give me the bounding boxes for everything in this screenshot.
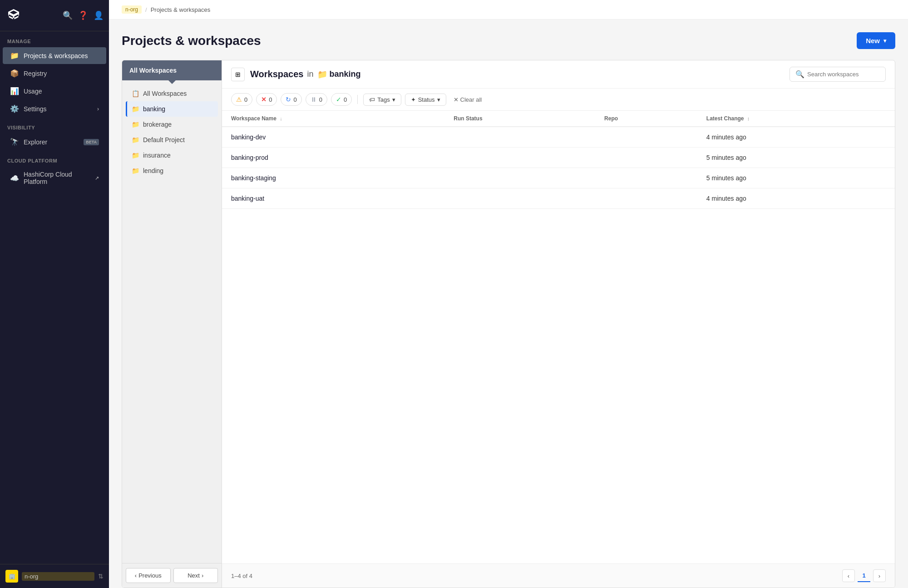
table-row[interactable]: banking-dev 4 minutes ago xyxy=(222,127,895,148)
search-workspaces[interactable]: 🔍 xyxy=(790,67,886,82)
projects-panel: All Workspaces 📋 All Workspaces 📁 bankin… xyxy=(122,60,222,588)
success-icon: ✓ xyxy=(336,96,341,103)
project-item-banking[interactable]: 📁 banking xyxy=(126,101,218,117)
tags-label: Tags xyxy=(377,96,390,103)
filter-paused[interactable]: ⏸ 0 xyxy=(306,93,327,106)
sidebar-item-settings[interactable]: ⚙️ Settings › xyxy=(3,100,106,117)
run-status-cell xyxy=(444,168,595,188)
workspace-name-cell[interactable]: banking-staging xyxy=(222,168,444,188)
tags-icon: 🏷 xyxy=(369,96,375,103)
col-name[interactable]: Workspace Name ↓ xyxy=(222,111,444,127)
workspace-name-cell[interactable]: banking-dev xyxy=(222,127,444,148)
workspaces-table: Workspace Name ↓ Run Status Repo xyxy=(222,111,895,563)
col-run-status: Run Status xyxy=(444,111,595,127)
success-count: 0 xyxy=(344,96,347,103)
run-status-cell xyxy=(444,148,595,168)
settings-icon: ⚙️ xyxy=(10,104,19,113)
table-footer: 1–4 of 4 ‹ 1 › xyxy=(222,563,895,588)
hashicorp-logo xyxy=(5,7,22,24)
project-item-lending[interactable]: 📁 lending xyxy=(126,163,218,178)
project-item-label: brokerage xyxy=(143,121,172,128)
filter-success[interactable]: ✓ 0 xyxy=(331,93,352,106)
sidebar-item-explorer[interactable]: 🔭 Explorer BETA xyxy=(3,133,106,150)
repo-cell xyxy=(595,148,697,168)
cloud-platform-label: Cloud Platform xyxy=(0,151,109,166)
brokerage-folder-icon: 📁 xyxy=(132,121,139,128)
table-row[interactable]: banking-uat 4 minutes ago xyxy=(222,188,895,209)
table-header-row: Workspace Name ↓ Run Status Repo xyxy=(222,111,895,127)
workspace-name-cell[interactable]: banking-uat xyxy=(222,188,444,209)
repo-cell xyxy=(595,188,697,209)
workspaces-header: ⊞ Workspaces in 📁 banking 🔍 xyxy=(222,60,895,89)
sidebar-item-hcp[interactable]: ☁️ HashiCorp Cloud Platform ↗ xyxy=(3,167,106,189)
project-item-all[interactable]: 📋 All Workspaces xyxy=(126,86,218,101)
workspaces-title-text: Workspaces xyxy=(250,69,303,79)
sidebar-footer[interactable]: 🏢 n-org ⇅ xyxy=(0,564,109,588)
project-item-insurance[interactable]: 📁 insurance xyxy=(126,148,218,163)
error-icon: ✕ xyxy=(261,96,266,103)
sidebar-item-registry[interactable]: 📦 Registry xyxy=(3,65,106,82)
hcp-icon: ☁️ xyxy=(10,174,19,183)
in-label: in xyxy=(307,69,313,79)
org-switcher-icon[interactable]: ⇅ xyxy=(98,573,104,580)
registry-icon: 📦 xyxy=(10,69,19,78)
all-workspaces-tab[interactable]: All Workspaces xyxy=(122,60,222,80)
breadcrumb-org[interactable]: n-org xyxy=(122,5,142,14)
page-header: Projects & workspaces New ▾ xyxy=(122,32,895,49)
external-link-icon: ↗ xyxy=(95,175,99,181)
project-item-brokerage[interactable]: 📁 brokerage xyxy=(126,117,218,132)
filter-warning[interactable]: ⚠ 0 xyxy=(231,93,252,106)
project-item-label: banking xyxy=(143,105,165,113)
filter-separator xyxy=(357,95,358,104)
projects-icon: 📁 xyxy=(10,51,19,60)
col-latest-change[interactable]: Latest Change ↕ xyxy=(697,111,895,127)
clear-all-button[interactable]: ✕ Clear all xyxy=(450,94,486,105)
lending-folder-icon: 📁 xyxy=(132,167,139,174)
split-panel: All Workspaces 📋 All Workspaces 📁 bankin… xyxy=(122,60,895,588)
filter-running[interactable]: ↻ 0 xyxy=(281,93,301,106)
filter-error[interactable]: ✕ 0 xyxy=(256,93,277,106)
toggle-icon: ⊞ xyxy=(235,71,241,78)
pagination-prev-button[interactable]: ‹ xyxy=(842,569,855,582)
sidebar-header-icons: 🔍 ❓ 👤 xyxy=(63,10,104,20)
breadcrumb: n-org / Projects & workspaces xyxy=(109,0,908,20)
name-sort-icon: ↓ xyxy=(280,116,282,121)
new-button[interactable]: New ▾ xyxy=(857,32,895,49)
settings-chevron: › xyxy=(97,106,99,112)
tags-filter[interactable]: 🏷 Tags ▾ xyxy=(363,94,401,106)
filter-bar: ⚠ 0 ✕ 0 ↻ 0 ⏸ 0 xyxy=(222,89,895,111)
table-row[interactable]: banking-prod 5 minutes ago xyxy=(222,148,895,168)
new-button-chevron: ▾ xyxy=(883,38,886,44)
project-list: 📋 All Workspaces 📁 banking 📁 brokerage 📁… xyxy=(122,80,222,563)
search-input[interactable] xyxy=(807,71,880,78)
workspace-name-cell[interactable]: banking-prod xyxy=(222,148,444,168)
sidebar-item-label: Registry xyxy=(24,70,47,77)
run-status-cell xyxy=(444,188,595,209)
sidebar: 🔍 ❓ 👤 Manage 📁 Projects & workspaces 📦 R… xyxy=(0,0,109,588)
project-item-default[interactable]: 📁 Default Project xyxy=(126,132,218,148)
pagination-next-button[interactable]: › xyxy=(873,569,886,582)
org-icon: 🏢 xyxy=(5,570,18,583)
sidebar-item-usage[interactable]: 📊 Usage xyxy=(3,83,106,99)
project-name-text: banking xyxy=(330,69,361,79)
help-icon[interactable]: ❓ xyxy=(78,10,88,20)
sidebar-item-label: Explorer xyxy=(24,138,47,146)
pagination-info: 1–4 of 4 xyxy=(231,573,252,579)
user-icon[interactable]: 👤 xyxy=(94,10,104,20)
pagination-next-icon: › xyxy=(878,573,880,579)
projects-next-button[interactable]: Next › xyxy=(173,568,218,583)
project-item-label: Default Project xyxy=(143,136,185,143)
visibility-label: Visibility xyxy=(0,118,109,133)
table-row[interactable]: banking-staging 5 minutes ago xyxy=(222,168,895,188)
project-folder-icon: 📁 xyxy=(317,69,327,79)
sidebar-item-projects[interactable]: 📁 Projects & workspaces xyxy=(3,47,106,64)
current-page[interactable]: 1 xyxy=(858,569,870,582)
new-button-label: New xyxy=(866,37,880,44)
projects-prev-button[interactable]: ‹ Previous xyxy=(126,568,171,583)
sidebar-item-label: HashiCorp Cloud Platform xyxy=(24,171,90,185)
main-content: n-org / Projects & workspaces Projects &… xyxy=(109,0,908,588)
layout-toggle-button[interactable]: ⊞ xyxy=(231,68,245,81)
search-icon[interactable]: 🔍 xyxy=(63,10,73,20)
status-filter[interactable]: ✦ Status ▾ xyxy=(405,94,446,106)
error-count: 0 xyxy=(269,96,272,103)
